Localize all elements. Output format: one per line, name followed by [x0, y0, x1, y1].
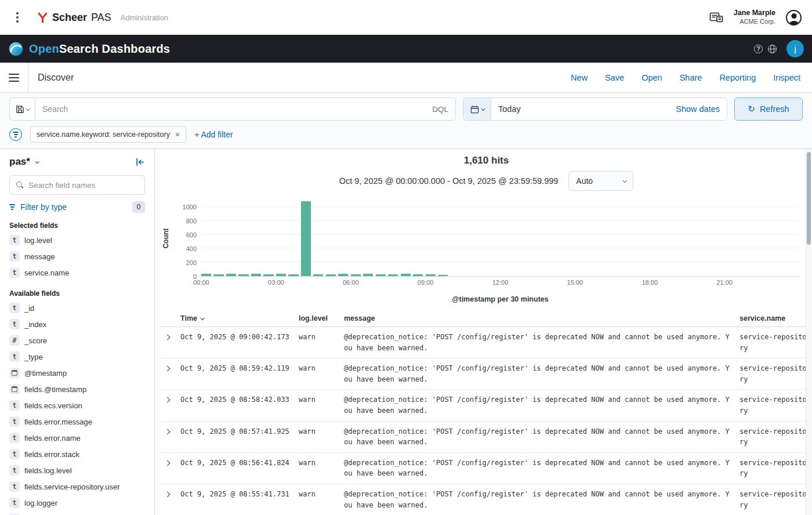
globe-icon[interactable] — [768, 45, 777, 53]
field-item[interactable]: t_index — [9, 316, 145, 332]
y-axis-title: Count — [162, 229, 170, 249]
nav-actions: NewSaveOpenShareReportingInspect — [571, 73, 812, 82]
date-picker-calendar-button[interactable] — [463, 98, 491, 120]
histogram-bar[interactable] — [338, 274, 348, 276]
field-type-text-icon: t — [9, 251, 20, 262]
histogram-bar[interactable] — [213, 274, 223, 276]
fields-sidebar: pas* Filter by type 0 Selected fields tl… — [0, 149, 155, 515]
field-item[interactable]: tfields.error.name — [9, 430, 145, 446]
news-icon[interactable] — [709, 12, 723, 23]
histogram-bar[interactable] — [413, 274, 423, 276]
saved-query-button[interactable] — [9, 97, 35, 121]
histogram-bar[interactable] — [263, 274, 273, 276]
expand-row-icon[interactable] — [165, 397, 171, 403]
histogram-plot-area[interactable] — [201, 200, 799, 277]
field-item[interactable]: tlog.logger — [9, 495, 145, 511]
interval-select[interactable]: Auto — [568, 171, 633, 191]
field-item[interactable]: t_id — [9, 300, 145, 316]
search-input[interactable] — [42, 104, 426, 114]
osd-user-avatar[interactable]: j — [786, 40, 804, 57]
field-item[interactable]: #_score — [9, 332, 145, 349]
nav-link-share[interactable]: Share — [680, 73, 702, 82]
field-item[interactable]: #log.origin.file.line — [9, 511, 145, 515]
expand-row-icon[interactable] — [165, 335, 171, 340]
filter-icon — [9, 204, 15, 210]
nav-link-save[interactable]: Save — [605, 73, 624, 82]
index-pattern-select[interactable]: pas* — [9, 156, 38, 168]
field-item[interactable]: t_type — [9, 349, 145, 365]
wordmark-open: Open — [29, 42, 59, 55]
histogram-bar[interactable] — [351, 274, 361, 276]
histogram-bar[interactable] — [251, 274, 261, 276]
calendar-glyph — [12, 370, 17, 376]
histogram-bar[interactable] — [388, 274, 398, 276]
field-item[interactable]: tfields.error.message — [9, 414, 145, 430]
vertical-scrollbar[interactable] — [806, 149, 812, 515]
column-header-service-name[interactable]: service.name — [735, 311, 812, 327]
field-name: fields.service-repository.user — [24, 481, 119, 492]
histogram-bar[interactable] — [426, 274, 436, 276]
expand-row-icon[interactable] — [165, 460, 171, 466]
histogram-bar[interactable] — [201, 274, 211, 276]
field-item[interactable]: fields.@timestamp — [9, 381, 145, 397]
nav-link-inspect[interactable]: Inspect — [773, 73, 800, 82]
histogram-bar[interactable] — [301, 201, 311, 276]
opensearch-logo-icon — [8, 41, 24, 57]
histogram-bar[interactable] — [276, 274, 286, 276]
histogram-bar[interactable] — [401, 274, 411, 276]
show-dates-link[interactable]: Show dates — [676, 104, 720, 114]
collapse-sidebar-icon[interactable] — [135, 157, 145, 167]
filter-by-type-button[interactable]: Filter by type 0 — [9, 201, 145, 213]
column-header-time[interactable]: Time — [176, 311, 294, 327]
expand-row-icon[interactable] — [165, 491, 171, 497]
table-row: Oct 9, 2025 @ 08:59:42.119warn@deprecati… — [161, 358, 812, 390]
nav-link-open[interactable]: Open — [641, 73, 662, 82]
hamburger-menu-icon[interactable] — [0, 63, 28, 92]
column-header-message[interactable]: message — [339, 311, 735, 327]
query-language-button[interactable]: DQL — [426, 105, 448, 114]
field-item[interactable]: tfields.service-repository.user — [9, 478, 145, 495]
histogram-bar[interactable] — [226, 274, 236, 276]
scrollbar-thumb[interactable] — [807, 152, 811, 245]
field-item[interactable]: tfields.error.stack — [9, 446, 145, 462]
y-axis-tick-label: 600 — [173, 231, 197, 238]
table-row: Oct 9, 2025 @ 09:00:42.173warn@deprecati… — [161, 327, 812, 358]
expand-row-icon[interactable] — [165, 429, 171, 434]
field-item[interactable]: tfields.log.level — [9, 462, 145, 478]
field-item[interactable]: tfields.ecs.version — [9, 397, 145, 414]
user-avatar-icon[interactable] — [786, 10, 802, 26]
nav-link-new[interactable]: New — [571, 73, 588, 82]
hits-word: hits — [491, 155, 509, 166]
field-item[interactable]: tmessage — [9, 248, 145, 264]
filter-pill[interactable]: service.name.keyword: service-repository — [30, 126, 186, 143]
log-level-cell: warn — [294, 452, 339, 484]
date-range-value[interactable]: Today — [498, 104, 521, 114]
table-row: Oct 9, 2025 @ 08:58:42.033warn@deprecati… — [161, 390, 812, 421]
column-header-log-level[interactable]: log.level — [294, 311, 339, 327]
log-level-cell: warn — [294, 358, 339, 390]
sort-time-button[interactable]: Time — [180, 314, 289, 322]
expand-row-icon[interactable] — [165, 366, 171, 372]
refresh-button[interactable]: Refresh — [734, 97, 803, 121]
histogram-bar[interactable] — [438, 275, 448, 276]
add-filter-link[interactable]: + Add filter — [194, 130, 233, 139]
field-item[interactable]: @timestamp — [9, 365, 145, 381]
histogram-bar[interactable] — [376, 274, 386, 276]
y-axis-ticks: 02004006008001000 — [173, 200, 197, 277]
remove-filter-icon[interactable] — [175, 130, 180, 139]
field-item[interactable]: tlog.level — [9, 232, 145, 248]
help-icon[interactable] — [754, 45, 763, 53]
field-name: _score — [24, 335, 47, 346]
histogram-bar[interactable] — [363, 274, 373, 276]
histogram-bar[interactable] — [326, 274, 336, 276]
field-item[interactable]: tservice.name — [9, 264, 145, 281]
field-type-text-icon: t — [9, 449, 20, 459]
histogram-bar[interactable] — [238, 274, 248, 276]
filter-options-button[interactable] — [9, 128, 22, 141]
kebab-menu-icon[interactable] — [10, 9, 24, 26]
histogram-bar[interactable] — [288, 274, 298, 276]
table-row: Oct 9, 2025 @ 08:55:41.731warn@deprecati… — [161, 484, 812, 515]
histogram-bar[interactable] — [313, 274, 323, 276]
field-search-input[interactable] — [28, 181, 139, 190]
nav-link-reporting[interactable]: Reporting — [719, 73, 756, 82]
